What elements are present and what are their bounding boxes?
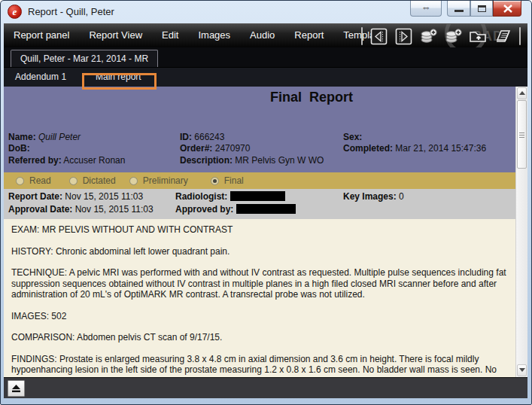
- toolbar-separator: [519, 27, 521, 45]
- tab-main-report[interactable]: Main report: [96, 68, 141, 87]
- radio-final[interactable]: Final: [211, 175, 244, 186]
- field-order: Order#: 2470970: [180, 143, 250, 154]
- eject-icon: [11, 383, 22, 394]
- paragraph-history: HISTORY: Chronic abdominal left lower qu…: [11, 246, 508, 257]
- maximize-icon: [478, 5, 486, 12]
- report-body-text[interactable]: EXAM: MR PELVIS WITHOUT AND WITH CONTRAS…: [4, 219, 515, 377]
- app-logo-icon: e: [8, 5, 22, 19]
- window-title: Report - Quill, Peter: [28, 6, 114, 17]
- paragraph-exam: EXAM: MR PELVIS WITHOUT AND WITH CONTRAS…: [11, 224, 508, 236]
- maximize-button[interactable]: [470, 1, 493, 17]
- menu-item-audio[interactable]: Audio: [240, 24, 284, 47]
- tab-addendum-1[interactable]: Addendum 1: [15, 68, 66, 87]
- field-id: ID: 666243: [180, 132, 224, 142]
- radio-preliminary[interactable]: Preliminary: [129, 175, 188, 186]
- menu-item-edit[interactable]: Edit: [152, 24, 188, 47]
- menu-item-report[interactable]: Report: [284, 24, 333, 47]
- report-window: e Report - Quill, Peter ⇔ Report panelRe…: [0, 0, 532, 405]
- field-completed: Completed: Mar 21, 2014 15:47:36: [343, 143, 486, 154]
- field-referred-by: Referred by: Accuser Ronan: [8, 155, 125, 166]
- paragraph-findings: FINDINGS: Prostate is enlarged measuring…: [11, 354, 508, 378]
- field-sex: Sex:: [343, 132, 362, 142]
- radio-preliminary-icon: [129, 177, 138, 185]
- scroll-down-icon: [519, 368, 525, 372]
- next-report-icon[interactable]: [394, 26, 414, 47]
- close-icon: [503, 5, 512, 13]
- radio-read[interactable]: Read: [16, 175, 51, 186]
- scroll-up-button[interactable]: [517, 87, 527, 99]
- report-header: Final Report Name: Quill Peter DoB: Refe…: [4, 87, 515, 172]
- field-approval-date: Approval Date: Nov 15, 2015 11:03: [8, 204, 154, 215]
- menu-item-images[interactable]: Images: [188, 24, 240, 47]
- toolbar: [357, 26, 524, 47]
- minimize-icon: [454, 10, 464, 12]
- report-document: Final Report Name: Quill Peter DoB: Refe…: [4, 87, 515, 377]
- radio-final-icon: [211, 177, 219, 185]
- radiologist-redaction: [230, 191, 285, 201]
- field-name: Name: Quill Peter: [8, 132, 81, 142]
- menu-item-report-view[interactable]: Report View: [79, 24, 152, 47]
- field-approved-by: Approved by:: [175, 204, 296, 215]
- menu-bar: Report panelReport ViewEditImagesAudioRe…: [4, 23, 527, 47]
- radio-dictated[interactable]: Dictated: [69, 175, 116, 186]
- database-add-2-icon[interactable]: [443, 26, 464, 47]
- field-radiologist: Radiologist:: [175, 191, 285, 202]
- open-folder-icon[interactable]: [468, 26, 488, 47]
- field-key-images: Key Images: 0: [343, 191, 404, 202]
- approved-by-redaction: [236, 204, 296, 214]
- field-description: Description: MR Pelvis Gyn W WO: [180, 155, 324, 166]
- report-tab-strip: Addendum 1 Main report: [4, 67, 527, 87]
- report-title: Final Report: [4, 90, 515, 105]
- minimize-button[interactable]: [447, 1, 470, 17]
- report-meta: Report Date: Nov 15, 2015 11:03 Radiolog…: [4, 189, 515, 219]
- scroll-up-icon: [519, 91, 525, 95]
- study-tab-strip: Quill, Peter - Mar 21, 2014 - MR: [4, 47, 527, 67]
- title-bar: e Report - Quill, Peter ⇔: [1, 1, 532, 23]
- tab-study[interactable]: Quill, Peter - Mar 21, 2014 - MR: [11, 50, 158, 67]
- close-button[interactable]: [493, 1, 521, 17]
- paragraph-technique: TECHNIQUE: A pelvic MRI was performed wi…: [11, 267, 508, 300]
- bottom-bar: [4, 377, 527, 398]
- scrollbar-thumb[interactable]: [517, 100, 527, 169]
- previous-report-icon[interactable]: [369, 26, 389, 47]
- menu-item-report-panel[interactable]: Report panel: [4, 24, 79, 47]
- field-report-date: Report Date: Nov 15, 2015 11:03: [8, 191, 143, 202]
- dock-resize-button[interactable]: ⇔: [410, 1, 442, 17]
- paragraph-comparison: COMPARISON: Abdomen pelvis CT scan of 9/…: [11, 332, 508, 343]
- report-book-icon[interactable]: [493, 26, 513, 47]
- toolbar-separator: [361, 27, 363, 45]
- scroll-down-button[interactable]: [517, 364, 527, 376]
- field-dob: DoB:: [8, 143, 30, 154]
- radio-read-icon: [16, 177, 24, 185]
- collapse-panel-button[interactable]: [8, 380, 25, 397]
- database-add-icon[interactable]: [418, 26, 439, 47]
- vertical-scrollbar[interactable]: [515, 87, 527, 377]
- radio-dictated-icon: [69, 177, 78, 185]
- scrollbar-grip-icon: [519, 132, 524, 139]
- paragraph-images: IMAGES: 502: [11, 311, 508, 322]
- status-bar: Read Dictated Preliminary Final: [4, 172, 515, 189]
